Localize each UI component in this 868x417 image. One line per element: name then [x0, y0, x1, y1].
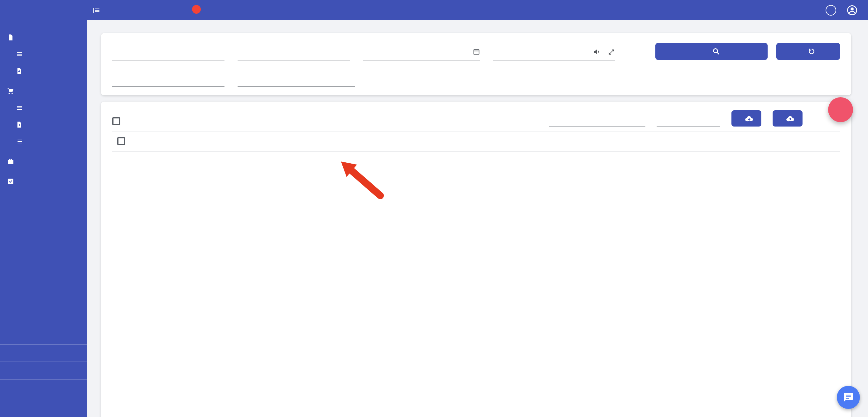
sidebar-item-overzicht-documenten[interactable]	[0, 45, 87, 62]
sidebar-item-maak-nieuw-artikel[interactable]	[0, 116, 87, 133]
filter-actions	[655, 43, 840, 61]
list-icon	[16, 104, 23, 111]
doc-nummer-van-input[interactable]	[112, 48, 224, 56]
col-nr[interactable]	[196, 132, 213, 152]
filter-row-1	[112, 43, 840, 61]
search-icon	[712, 47, 720, 56]
document-icon	[7, 33, 14, 41]
sidebar-toggle-icon[interactable]	[92, 6, 100, 14]
status-select[interactable]	[238, 63, 355, 87]
sidebar-item-instellingen[interactable]	[0, 345, 87, 362]
col-status[interactable]	[625, 132, 668, 152]
col-opmerking[interactable]	[530, 132, 576, 152]
col-referentie[interactable]	[668, 132, 708, 152]
sidebar-item-artikels[interactable]	[0, 82, 87, 99]
col-datum[interactable]	[240, 132, 269, 152]
doc-nummer-tot-input[interactable]	[238, 48, 350, 56]
toolbar-actions	[549, 110, 803, 127]
sidebar-item-bezoeken[interactable]	[0, 153, 87, 169]
calendar-icon[interactable]	[473, 48, 480, 56]
cart-icon	[7, 87, 14, 94]
col-btw[interactable]	[390, 132, 416, 152]
van-tot-field	[363, 44, 480, 61]
cloud-upload-icon	[786, 114, 795, 123]
sidebar	[0, 0, 87, 417]
filter-row-2	[112, 63, 840, 87]
add-button[interactable]	[828, 97, 853, 122]
selecteer-klant-field	[493, 44, 615, 61]
col-totaal[interactable]	[416, 132, 447, 152]
new-document-icon	[16, 67, 23, 74]
speaker-icon[interactable]	[593, 48, 600, 56]
col-doc-nummer[interactable]	[131, 132, 162, 152]
reset-button[interactable]	[776, 43, 840, 60]
app-root	[0, 0, 868, 417]
chat-button[interactable]	[837, 386, 860, 409]
briefcase-icon	[7, 157, 14, 165]
list-alt-icon	[16, 137, 23, 145]
expand-icon[interactable]	[608, 48, 615, 55]
col-ubl[interactable]	[513, 132, 530, 152]
account-icon[interactable]	[846, 4, 858, 16]
bulk-button[interactable]	[773, 110, 803, 127]
col-mvh[interactable]	[361, 132, 390, 152]
col-klant[interactable]	[307, 132, 361, 152]
top-nav-actions	[826, 4, 868, 16]
col-openstaand[interactable]	[478, 132, 513, 152]
notification-badge	[192, 5, 201, 14]
cloud-download-icon	[745, 114, 754, 123]
sidebar-footer	[0, 327, 87, 413]
help-icon[interactable]	[826, 5, 836, 15]
overzicht-totalen	[112, 117, 127, 127]
col-mededeling[interactable]	[774, 132, 840, 152]
table-toolbar	[112, 108, 840, 130]
sidebar-item-overzicht-artikels[interactable]	[0, 99, 87, 116]
van-tot-input[interactable]	[363, 48, 465, 56]
document-type-select[interactable]	[112, 63, 224, 87]
sidebar-item-maak-nieuw-document[interactable]	[0, 62, 87, 79]
sidebar-item-import-en-export[interactable]	[0, 327, 87, 345]
reset-icon	[807, 47, 816, 56]
documents-panel	[101, 102, 851, 417]
app-viewport	[0, 0, 868, 417]
table-header-row	[112, 132, 840, 152]
sidebar-item-samenstellingen[interactable]	[0, 133, 87, 150]
main-content	[87, 20, 868, 417]
doc-nummer-van-field	[112, 44, 224, 61]
sidebar-item-support[interactable]	[0, 362, 87, 380]
todo-icon	[7, 177, 14, 185]
filter-input[interactable]	[549, 114, 645, 127]
app-version	[0, 380, 87, 396]
col-betaald[interactable]	[447, 132, 478, 152]
col-kleurcode[interactable]	[162, 132, 196, 152]
col-omschrijving[interactable]	[576, 132, 625, 152]
sidebar-item-documenten[interactable]	[0, 29, 87, 45]
select-all-checkbox[interactable]	[117, 137, 125, 145]
documents-table	[112, 131, 840, 152]
header-select-cell	[112, 132, 131, 152]
sidebar-item-todos[interactable]	[0, 173, 87, 190]
new-document-icon	[16, 121, 23, 128]
sidebar-item-supporttutorials[interactable]	[0, 396, 87, 413]
export-excel-button[interactable]	[732, 110, 762, 127]
col-ref-klant[interactable]	[708, 132, 774, 152]
overzicht-totalen-checkbox[interactable]	[112, 117, 120, 125]
col-type[interactable]	[213, 132, 240, 152]
filter-panel	[101, 33, 851, 95]
chat-icon	[843, 392, 854, 403]
selecteer-klant-input[interactable]	[493, 48, 589, 56]
top-nav	[0, 0, 868, 20]
list-icon	[16, 50, 23, 58]
col-verval-datum[interactable]	[269, 132, 307, 152]
doc-nummer-tot-field	[238, 44, 350, 61]
kolommen-select[interactable]	[657, 121, 720, 127]
zoeken-button[interactable]	[655, 43, 768, 60]
